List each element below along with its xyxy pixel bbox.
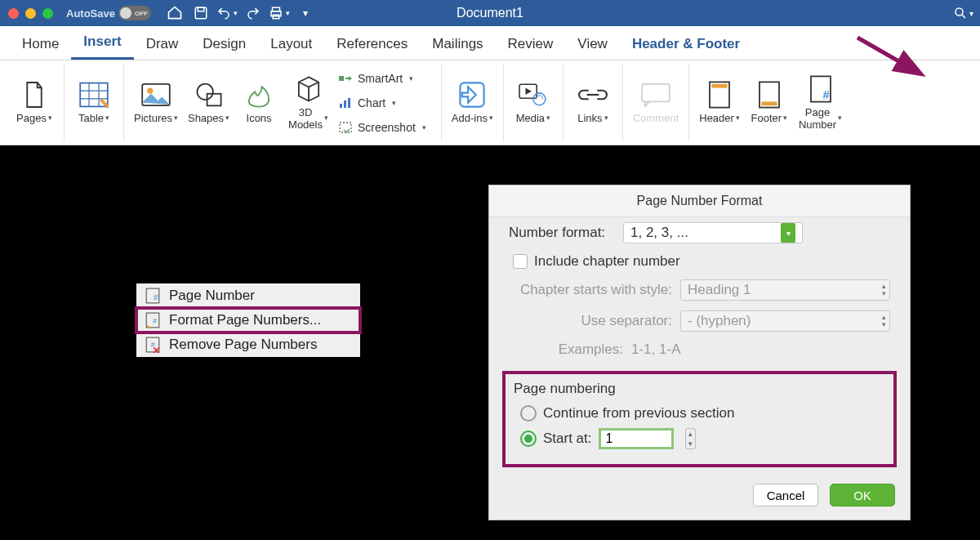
tab-layout[interactable]: Layout — [258, 29, 324, 60]
page-number-context-menu: # Page Number # Format Page Numbers... #… — [136, 283, 360, 357]
page-number-icon: # — [806, 74, 835, 104]
svg-rect-30 — [761, 101, 777, 105]
tab-header-footer[interactable]: Header & Footer — [620, 29, 752, 60]
svg-marker-16 — [349, 76, 352, 81]
svg-rect-21 — [461, 83, 484, 106]
footer-icon — [755, 80, 784, 109]
search-icon — [953, 6, 968, 20]
group-pages: Pages▾ — [5, 64, 65, 141]
svg-rect-26 — [642, 84, 670, 102]
cancel-button[interactable]: Cancel — [753, 484, 818, 507]
menu-remove-page-numbers[interactable]: # Remove Page Numbers — [136, 332, 360, 357]
cube-icon — [294, 74, 323, 104]
zoom-window-button[interactable] — [42, 8, 53, 19]
ok-button[interactable]: OK — [830, 484, 895, 507]
spinner-icon: ▴▾ — [882, 283, 886, 297]
svg-rect-18 — [344, 100, 346, 108]
start-at-radio[interactable] — [520, 431, 537, 447]
addins-button[interactable]: Add-ins▾ — [448, 66, 497, 140]
chart-button[interactable]: Chart▾ — [335, 92, 430, 114]
svg-rect-19 — [348, 98, 350, 108]
start-at-input[interactable] — [599, 428, 674, 449]
dropdown-arrow-icon: ▾ — [781, 223, 795, 243]
continue-radio[interactable] — [520, 405, 537, 422]
shapes-button[interactable]: Shapes▾ — [185, 66, 233, 140]
separator-label: Use separator: — [509, 313, 680, 329]
quick-access-toolbar: ▾ ▾ ▾ — [163, 2, 318, 24]
examples-value: 1-1, 1-A — [631, 341, 680, 358]
spinner-icon: ▴▾ — [882, 314, 886, 328]
tab-insert[interactable]: Insert — [71, 26, 133, 60]
tab-review[interactable]: Review — [496, 29, 566, 60]
smartart-button[interactable]: SmartArt▾ — [335, 68, 430, 89]
menu-page-number[interactable]: # Page Number — [136, 283, 360, 308]
svg-text:#: # — [822, 88, 829, 101]
remove-page-numbers-icon: # — [145, 337, 161, 353]
include-chapter-checkbox[interactable] — [513, 254, 528, 269]
footer-button[interactable]: Footer▾ — [746, 66, 792, 140]
tab-view[interactable]: View — [565, 29, 620, 60]
pages-button[interactable]: Pages▾ — [11, 66, 57, 140]
undo-icon[interactable]: ▾ — [215, 2, 239, 24]
media-icon — [519, 80, 548, 109]
links-button[interactable]: Links▾ — [570, 66, 616, 140]
svg-point-12 — [147, 88, 153, 94]
close-window-button[interactable] — [8, 8, 19, 19]
tab-home[interactable]: Home — [10, 29, 71, 60]
svg-point-5 — [956, 8, 963, 16]
format-page-numbers-icon: # — [145, 312, 161, 328]
examples-label: Examples: — [509, 341, 631, 358]
3d-models-button[interactable]: 3D Models▾ — [285, 66, 332, 140]
dialog-title: Page Number Format — [489, 185, 910, 217]
comment-button[interactable]: Comment — [630, 66, 682, 140]
autosave-toggle[interactable]: OFF — [118, 6, 151, 20]
number-format-label: Number format: — [509, 225, 623, 241]
pictures-button[interactable]: Pictures▾ — [131, 66, 181, 140]
icons-icon — [244, 80, 274, 109]
header-button[interactable]: Header▾ — [696, 66, 743, 140]
picture-icon — [141, 80, 171, 109]
media-button[interactable]: Media▾ — [510, 66, 556, 140]
screenshot-button[interactable]: Screenshot▾ — [335, 117, 430, 138]
start-at-radio-row[interactable]: Start at: ▴▾ — [514, 425, 885, 453]
group-comment: Comment — [623, 64, 689, 141]
number-format-select[interactable]: 1, 2, 3, ... ▾ — [623, 222, 803, 243]
table-button[interactable]: Table▾ — [71, 66, 117, 140]
separator-select: - (hyphen) ▴▾ — [680, 310, 890, 332]
page-numbering-title: Page numbering — [514, 381, 885, 397]
shapes-icon — [194, 80, 224, 109]
menu-format-page-numbers[interactable]: # Format Page Numbers... — [136, 308, 360, 332]
minimize-window-button[interactable] — [25, 8, 36, 19]
tab-design[interactable]: Design — [190, 29, 258, 60]
start-at-stepper[interactable]: ▴▾ — [685, 428, 696, 449]
group-header-footer: Header▾ Footer▾ # Page Number▾ — [689, 64, 852, 141]
window-controls — [8, 8, 53, 19]
page-icon — [20, 80, 49, 109]
home-icon[interactable] — [163, 2, 187, 24]
group-table: Table▾ — [65, 64, 124, 141]
continue-radio-row[interactable]: Continue from previous section — [514, 402, 885, 425]
group-addins: Add-ins▾ — [442, 64, 504, 141]
comment-icon — [641, 80, 670, 109]
group-links: Links▾ — [564, 64, 623, 141]
svg-point-24 — [533, 93, 546, 105]
tab-draw[interactable]: Draw — [134, 29, 191, 60]
redo-icon[interactable] — [241, 2, 265, 24]
svg-text:#: # — [154, 293, 158, 302]
document-title: Document1 — [457, 6, 523, 20]
print-icon[interactable]: ▾ — [267, 2, 292, 24]
title-search[interactable]: ▾ — [953, 6, 973, 20]
link-icon — [578, 80, 608, 109]
svg-text:#: # — [153, 317, 157, 325]
save-icon[interactable] — [189, 2, 213, 24]
tab-mailings[interactable]: Mailings — [420, 29, 495, 60]
icons-button[interactable]: Icons — [236, 66, 282, 140]
svg-marker-23 — [525, 88, 531, 95]
svg-rect-14 — [207, 94, 220, 106]
svg-rect-17 — [340, 104, 342, 108]
qat-customize-icon[interactable]: ▾ — [293, 2, 318, 24]
page-number-button[interactable]: # Page Number▾ — [795, 66, 845, 140]
addin-icon — [457, 80, 487, 109]
tab-references[interactable]: References — [324, 29, 420, 60]
group-media: Media▾ — [504, 64, 564, 141]
